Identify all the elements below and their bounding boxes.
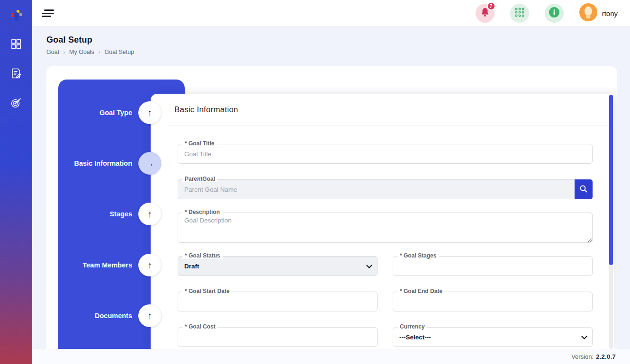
arrow-up-icon: ↑	[147, 209, 152, 220]
currency-label: Currency	[397, 323, 427, 330]
sidebar-item-goals[interactable]	[9, 97, 23, 111]
footer-bar: Version: 2.2.0.7	[32, 349, 630, 364]
top-header: 7	[32, 0, 630, 27]
notification-count-badge: 7	[487, 2, 495, 10]
goal-end-date-input[interactable]	[393, 292, 592, 311]
parent-goal-field: ParentGoal	[178, 179, 593, 199]
info-icon	[549, 7, 560, 20]
document-edit-icon	[10, 67, 22, 81]
description-field: * Description	[178, 213, 593, 243]
step-documents: Documents ↑	[46, 304, 161, 327]
goal-stages-field: * Goal Stages	[393, 256, 593, 276]
step-collapse-documents-button[interactable]: ↑	[138, 304, 161, 327]
step-active-basic-information-button[interactable]: →	[138, 152, 161, 175]
step-collapse-goal-type-button[interactable]: ↑	[138, 101, 161, 124]
apps-button[interactable]	[510, 4, 529, 23]
step-team-members: Team Members ↑	[46, 254, 161, 276]
breadcrumb-goal-setup: Goal Setup	[105, 49, 135, 55]
step-label-basic-information[interactable]: Basic Information	[74, 160, 132, 167]
search-icon	[579, 185, 588, 195]
version-value: 2.2.0.7	[596, 353, 616, 360]
arrow-up-icon: ↑	[147, 311, 152, 321]
page-heading-block: Goal Setup Goal › My Goals › Goal Setup	[46, 35, 134, 55]
sidebar-item-dashboard[interactable]	[9, 38, 23, 52]
step-label-documents[interactable]: Documents	[95, 312, 132, 320]
parent-goal-search-button[interactable]	[575, 179, 593, 199]
step-goal-type: Goal Type ↑	[46, 101, 161, 124]
goal-cost-label: * Goal Cost	[182, 323, 218, 330]
form-fields: * Goal Title ParentGoal	[174, 144, 593, 349]
goal-target-icon	[10, 97, 22, 111]
goal-end-date-label: * Goal End Date	[397, 288, 445, 294]
goal-start-date-input[interactable]	[178, 292, 377, 311]
goal-cost-input[interactable]	[178, 328, 377, 346]
arrow-up-icon: ↑	[147, 260, 152, 271]
parent-goal-input[interactable]	[178, 180, 575, 199]
step-collapse-stages-button[interactable]: ↑	[138, 203, 161, 225]
step-label-team-members[interactable]: Team Members	[83, 261, 133, 269]
step-basic-information: Basic Information →	[46, 152, 161, 175]
goal-status-field: * Goal Status Draft	[178, 256, 378, 276]
goal-setup-card: Goal Type ↑ Basic Information → Stages ↑…	[46, 66, 617, 349]
version-label: Version:	[571, 353, 594, 360]
goal-cost-field: * Goal Cost	[178, 327, 378, 347]
goal-start-date-label: * Goal Start Date	[182, 288, 232, 294]
hamburger-menu-icon[interactable]	[42, 9, 55, 18]
goal-stages-input[interactable]	[393, 257, 592, 275]
goal-end-date-field: * Goal End Date	[393, 292, 593, 311]
goal-title-field: * Goal Title	[178, 144, 593, 164]
description-label: * Description	[182, 209, 222, 215]
dashboard-grid-icon	[10, 38, 22, 52]
goal-status-label: * Goal Status	[182, 252, 223, 259]
currency-field: Currency ---Select---	[393, 327, 593, 347]
page-title: Goal Setup	[46, 35, 134, 45]
breadcrumb-separator-icon: ›	[63, 49, 65, 55]
step-label-stages[interactable]: Stages	[109, 210, 132, 218]
avatar	[579, 3, 597, 23]
step-stages: Stages ↑	[46, 203, 161, 225]
info-button[interactable]	[545, 4, 564, 23]
step-collapse-team-members-button[interactable]: ↑	[138, 254, 161, 276]
section-heading: Basic Information	[174, 105, 593, 115]
step-label-goal-type[interactable]: Goal Type	[99, 109, 132, 116]
user-name: rtony	[602, 9, 618, 18]
section-divider	[167, 125, 614, 125]
parent-goal-input-wrap: ParentGoal	[178, 179, 575, 199]
basic-information-panel: Basic Information * Goal Title ParentGoa…	[151, 94, 614, 349]
form-scrollbar-thumb[interactable]	[609, 95, 613, 265]
description-textarea[interactable]	[178, 213, 592, 242]
sidebar-nav	[9, 38, 23, 111]
header-actions: 7	[476, 3, 630, 23]
breadcrumb-goal[interactable]: Goal	[46, 49, 59, 55]
app-logo-icon[interactable]	[7, 6, 26, 25]
goal-title-label: * Goal Title	[182, 140, 216, 147]
currency-select[interactable]: ---Select---	[393, 328, 592, 346]
goal-start-date-field: * Goal Start Date	[178, 292, 378, 311]
breadcrumb: Goal › My Goals › Goal Setup	[46, 49, 134, 55]
sidebar	[0, 0, 32, 364]
goal-status-select[interactable]: Draft	[178, 257, 377, 275]
arrow-up-icon: ↑	[147, 107, 152, 118]
goal-stages-label: * Goal Stages	[397, 252, 439, 259]
user-menu[interactable]: rtony	[579, 3, 618, 23]
sidebar-item-forms[interactable]	[9, 67, 23, 81]
arrow-right-icon: →	[145, 158, 154, 169]
form-scrollbar-track[interactable]	[609, 95, 613, 349]
notifications-button[interactable]: 7	[476, 4, 495, 23]
breadcrumb-my-goals[interactable]: My Goals	[69, 49, 94, 55]
apps-grid-icon	[514, 7, 525, 19]
parent-goal-label: ParentGoal	[182, 176, 217, 182]
goal-title-input[interactable]	[178, 144, 592, 163]
breadcrumb-separator-icon: ›	[99, 49, 100, 55]
